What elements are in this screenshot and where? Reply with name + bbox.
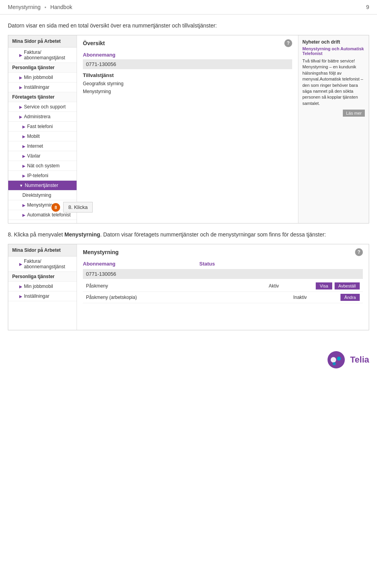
help-icon-2[interactable]: ? — [355, 248, 363, 256]
arrow-down-icon: ▼ — [19, 183, 23, 188]
sidebar-item-service[interactable]: ▶ Service och support — [8, 102, 77, 112]
arrow-icon: ▶ — [19, 284, 22, 289]
row1-name: Påskmeny — [86, 283, 269, 289]
tillval-item-2: Menystyrning — [83, 88, 292, 95]
sidebar-label-jobbmobil: Min jobbmobil — [24, 75, 53, 80]
header-subtitle: Handbok — [50, 4, 72, 10]
svg-point-1 — [331, 357, 336, 363]
sidebar-item-menystyrning[interactable]: ▶ Menystyrning 8 8. Klicka — [8, 200, 77, 210]
arrow-icon: ▶ — [22, 203, 26, 207]
sidebar-label-installningar: Inställningar — [24, 84, 49, 90]
sidebar-item-administrera[interactable]: ▶ Administrera — [8, 112, 77, 122]
sidebar2-item-jobbmobil[interactable]: ▶ Min jobbmobil — [8, 282, 77, 291]
sidebar-item-fast[interactable]: ▶ Fast telefoni — [8, 122, 77, 132]
sidebar-item-faktura[interactable]: ▶ Faktura/abonnemangstjänst — [8, 48, 77, 63]
sidebar-1: Mina Sidor på Arbetet ▶ Faktura/abonnema… — [8, 35, 77, 223]
las-mer-button[interactable]: Läs mer — [343, 110, 365, 117]
panel-header-2: Menystyrning ? — [83, 248, 363, 256]
arrow-icon: ▶ — [19, 115, 22, 119]
sidebar-item-direktstyrning[interactable]: Direktstyrning — [8, 191, 77, 200]
intro-text: Datorn visar en sida med en total översi… — [8, 22, 369, 29]
sidebar2-item-faktura[interactable]: ▶ Faktura/abonnemangstjänst — [8, 256, 77, 272]
step-8-bold: Menystyrning — [64, 231, 100, 238]
page-number: 9 — [366, 4, 369, 10]
arrow-icon: ▶ — [19, 75, 22, 80]
sidebar-label-administrera: Administrera — [24, 114, 50, 119]
sidebar-category-foretagets: Företagets tjänster — [8, 92, 77, 102]
news-subtitle: Menystyrning och Automatisk Telefonist — [302, 46, 365, 56]
abonnemang-label-1: Abonnemang — [83, 52, 292, 58]
row2-status: Inaktiv — [293, 295, 340, 300]
sidebar-item-internet[interactable]: ▶ Internet — [8, 141, 77, 151]
sidebar-label-fast: Fast telefoni — [27, 124, 53, 129]
sidebar-item-installningar[interactable]: ▶ Inställningar — [8, 82, 77, 92]
sidebar-label-menystyrning: Menystyrning — [27, 202, 55, 208]
sidebar-item-ip[interactable]: ▶ IP-telefoni — [8, 171, 77, 181]
sidebar2-label-installningar: Inställningar — [24, 293, 49, 299]
header-separator: ▪ — [44, 4, 46, 10]
sidebar-label-internet: Internet — [27, 143, 43, 149]
news-title: Nyheter och drift — [302, 39, 365, 45]
arrow-icon: ▶ — [19, 85, 22, 90]
klicka-bubble: 8. Klicka — [63, 202, 93, 212]
sidebar-header-2: Mina Sidor på Arbetet — [8, 244, 77, 256]
visa-button[interactable]: Visa — [316, 282, 332, 289]
telia-logo-text: Telia — [350, 355, 369, 365]
telia-logo-icon — [326, 350, 346, 370]
help-icon-1[interactable]: ? — [284, 39, 292, 47]
step-8-text: 8. Klicka på menyvalet Menystyrning. Dat… — [8, 231, 369, 238]
sidebar-label-automatisk: Automatisk telefonist — [27, 212, 71, 218]
arrow-icon: ▶ — [22, 144, 26, 148]
andra-button[interactable]: Ändra — [340, 294, 360, 301]
sidebar-label-nat: Nät och system — [27, 163, 60, 169]
header-title: Menystyrning — [8, 4, 40, 10]
sidebar-label-vaxlar: Växlar — [27, 153, 40, 159]
arrow-icon: ▶ — [22, 213, 26, 217]
sidebar-2: Mina Sidor på Arbetet ▶ Faktura/abonnema… — [8, 244, 77, 330]
step-8-prefix: 8. Klicka på menyvalet — [8, 231, 64, 238]
phone-number-2: 0771-130056 — [83, 269, 363, 279]
page-header: Menystyrning ▪ Handbok 9 — [0, 0, 377, 15]
klicka-callout: 8 8. Klicka — [51, 202, 93, 212]
sidebar-item-jobbmobil[interactable]: ▶ Min jobbmobil — [8, 73, 77, 82]
sidebar-label-faktura: Faktura/abonnemangstjänst — [24, 49, 65, 60]
arrow-icon: ▶ — [22, 125, 26, 129]
sidebar2-category-personliga: Personliga tjänster — [8, 272, 77, 282]
arrow-icon: ▶ — [19, 53, 22, 57]
panel-title-2: Menystyrning — [83, 249, 119, 255]
svg-point-3 — [333, 362, 336, 365]
arrow-icon: ▶ — [22, 134, 26, 139]
sidebar-header-1: Mina Sidor på Arbetet — [8, 35, 77, 48]
sidebar2-label-faktura: Faktura/abonnemangstjänst — [24, 258, 65, 269]
row2-actions: Ändra — [340, 294, 360, 301]
news-text: Två tillval för bättre service! Menystyr… — [302, 58, 365, 106]
table-header: Abonnemang Status — [83, 261, 363, 267]
sidebar-item-mobilt[interactable]: ▶ Mobilt — [8, 132, 77, 141]
sidebar2-item-installningar[interactable]: ▶ Inställningar — [8, 291, 77, 301]
screenshot-box-1: Mina Sidor på Arbetet ▶ Faktura/abonnema… — [8, 35, 369, 223]
col-header-status: Status — [199, 261, 247, 267]
content-area: Datorn visar en sida med en total översi… — [0, 22, 377, 330]
right-panel-1: Nyheter och drift Menystyrning och Autom… — [298, 35, 369, 223]
arrow-icon: ▶ — [22, 164, 26, 168]
sidebar-label-ip: IP-telefoni — [27, 173, 48, 178]
table-row: Påskmeny (arbetskopia) Inaktiv Ändra — [83, 292, 363, 303]
telia-logo-area: Telia — [0, 342, 377, 374]
main-panel-1: Översikt ? Abonnemang 0771-130056 Tillva… — [77, 35, 298, 223]
sidebar2-label-jobbmobil: Min jobbmobil — [24, 284, 53, 289]
sidebar-label-direktstyrning: Direktstyrning — [22, 192, 51, 198]
sidebar-category-personliga: Personliga tjänster — [8, 63, 77, 73]
screenshot-box-2: Mina Sidor på Arbetet ▶ Faktura/abonnema… — [8, 244, 369, 330]
avbestall-button[interactable]: Avbeställ — [335, 282, 360, 289]
phone-number-1: 0771-130056 — [83, 59, 292, 69]
sidebar-item-nat[interactable]: ▶ Nät och system — [8, 161, 77, 171]
arrow-icon: ▶ — [19, 262, 22, 266]
panel-title-1: Översikt — [83, 40, 105, 46]
step-number: 8 — [51, 203, 60, 212]
col-header-abonnemang: Abonnemang — [83, 261, 199, 267]
table-area: Menystyrning ? Abonnemang Status 0771-13… — [77, 244, 369, 330]
arrow-icon: ▶ — [19, 294, 22, 299]
arrow-icon: ▶ — [19, 105, 22, 109]
sidebar-item-vaxlar[interactable]: ▶ Växlar — [8, 151, 77, 161]
sidebar-item-nummertjanster[interactable]: ▼ Nummertjänster — [8, 181, 77, 191]
